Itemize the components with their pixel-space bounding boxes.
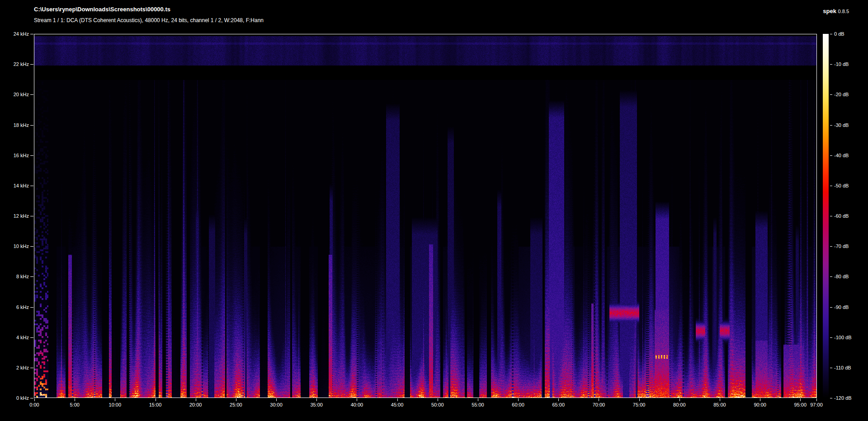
- time-tick-mark: [800, 398, 801, 401]
- freq-tick-label: 14 kHz: [3, 183, 29, 188]
- time-tick-label: 5:00: [70, 402, 79, 407]
- time-tick-label: 40:00: [351, 402, 363, 407]
- colorbar-legend: [823, 34, 829, 398]
- app-version: 0.8.5: [838, 9, 849, 14]
- db-tick-label: 0 dB: [834, 31, 844, 37]
- db-tick-label: -80 dB: [834, 274, 849, 279]
- db-tick-label: -120 dB: [834, 395, 852, 401]
- time-tick-label: 25:00: [230, 402, 242, 407]
- time-tick-mark: [236, 398, 236, 401]
- db-tick-label: -90 dB: [834, 304, 849, 310]
- db-tick-label: -110 dB: [834, 365, 851, 370]
- freq-tick-mark: [30, 337, 33, 338]
- time-tick-label: 35:00: [310, 402, 323, 407]
- db-tick-mark: [830, 216, 832, 216]
- time-tick-mark: [518, 398, 519, 401]
- file-path-title: C:\Users\rynep\Downloads\Screenshots\000…: [34, 6, 170, 13]
- app-brand: spek 0.8.5: [823, 8, 849, 14]
- freq-tick-label: 2 kHz: [3, 365, 29, 370]
- time-tick-mark: [276, 398, 277, 401]
- time-tick-label: 75:00: [633, 402, 646, 407]
- freq-tick-label: 24 kHz: [3, 31, 29, 37]
- time-tick-mark: [639, 398, 640, 401]
- time-tick-label: 10:00: [109, 402, 122, 407]
- time-tick-mark: [478, 398, 478, 401]
- freq-tick-mark: [30, 276, 33, 277]
- freq-tick-mark: [30, 246, 33, 247]
- time-tick-label: 60:00: [512, 402, 524, 407]
- db-tick-label: -40 dB: [834, 153, 849, 158]
- db-tick-mark: [830, 398, 832, 398]
- time-tick-mark: [599, 398, 599, 401]
- time-tick-mark: [679, 398, 680, 401]
- db-tick-mark: [830, 368, 832, 368]
- time-tick-label: 20:00: [189, 402, 202, 407]
- time-tick-label: 65:00: [552, 402, 565, 407]
- db-tick-mark: [830, 34, 832, 34]
- db-tick-label: -60 dB: [834, 213, 849, 219]
- db-tick-mark: [830, 246, 832, 247]
- freq-tick-mark: [30, 155, 33, 156]
- db-tick-mark: [830, 186, 832, 186]
- spectrogram-plot: [34, 34, 817, 398]
- db-tick-mark: [830, 125, 832, 126]
- time-tick-label: 85:00: [713, 402, 726, 407]
- freq-tick-mark: [30, 307, 33, 308]
- freq-tick-label: 16 kHz: [3, 153, 29, 158]
- freq-tick-label: 22 kHz: [3, 61, 29, 67]
- time-tick-mark: [115, 398, 115, 401]
- freq-tick-label: 18 kHz: [3, 122, 29, 128]
- db-tick-mark: [830, 276, 832, 277]
- freq-tick-mark: [30, 398, 33, 398]
- freq-tick-mark: [30, 186, 33, 186]
- time-tick-mark: [156, 398, 156, 401]
- time-tick-mark: [760, 398, 760, 401]
- db-tick-label: -70 dB: [834, 243, 849, 249]
- time-tick-label: 55:00: [472, 402, 484, 407]
- stream-info: Stream 1 / 1: DCA (DTS Coherent Acoustic…: [34, 17, 264, 23]
- freq-tick-label: 0 kHz: [3, 395, 29, 401]
- freq-tick-label: 10 kHz: [3, 243, 29, 249]
- time-tick-mark: [438, 398, 438, 401]
- freq-tick-mark: [30, 125, 33, 126]
- app-name: spek: [823, 8, 836, 14]
- db-tick-label: -50 dB: [834, 183, 849, 188]
- db-tick-mark: [830, 155, 832, 156]
- freq-tick-label: 12 kHz: [3, 213, 29, 219]
- time-tick-label: 45:00: [391, 402, 404, 407]
- freq-tick-mark: [30, 34, 33, 34]
- freq-tick-label: 4 kHz: [3, 335, 29, 340]
- time-tick-label: 95:00: [794, 402, 807, 407]
- db-tick-label: -20 dB: [834, 92, 849, 97]
- time-tick-label: 90:00: [754, 402, 766, 407]
- freq-tick-mark: [30, 368, 33, 368]
- freq-tick-label: 8 kHz: [3, 274, 29, 279]
- time-tick-mark: [558, 398, 559, 401]
- time-tick-mark: [75, 398, 75, 401]
- freq-tick-mark: [30, 94, 33, 95]
- freq-tick-label: 20 kHz: [3, 92, 29, 97]
- time-tick-label: 30:00: [270, 402, 283, 407]
- time-tick-mark: [397, 398, 398, 401]
- time-tick-label: 70:00: [593, 402, 605, 407]
- freq-tick-mark: [30, 64, 33, 65]
- db-tick-label: -30 dB: [834, 122, 849, 128]
- time-tick-mark: [720, 398, 720, 401]
- time-tick-mark: [357, 398, 357, 401]
- time-tick-label: 15:00: [149, 402, 162, 407]
- time-tick-label: 97:00: [810, 402, 823, 407]
- freq-tick-mark: [30, 216, 33, 216]
- db-tick-mark: [830, 307, 832, 308]
- db-tick-mark: [830, 94, 832, 95]
- db-tick-mark: [830, 337, 832, 338]
- time-tick-mark: [34, 398, 35, 401]
- time-tick-label: 50:00: [431, 402, 444, 407]
- freq-tick-label: 6 kHz: [3, 304, 29, 310]
- db-tick-mark: [830, 64, 832, 65]
- time-tick-label: 80:00: [673, 402, 686, 407]
- db-tick-label: -100 dB: [834, 335, 852, 340]
- time-tick-mark: [196, 398, 196, 401]
- time-tick-mark: [316, 398, 317, 401]
- time-tick-label: 0:00: [29, 402, 39, 407]
- spectrogram-canvas: [34, 34, 816, 398]
